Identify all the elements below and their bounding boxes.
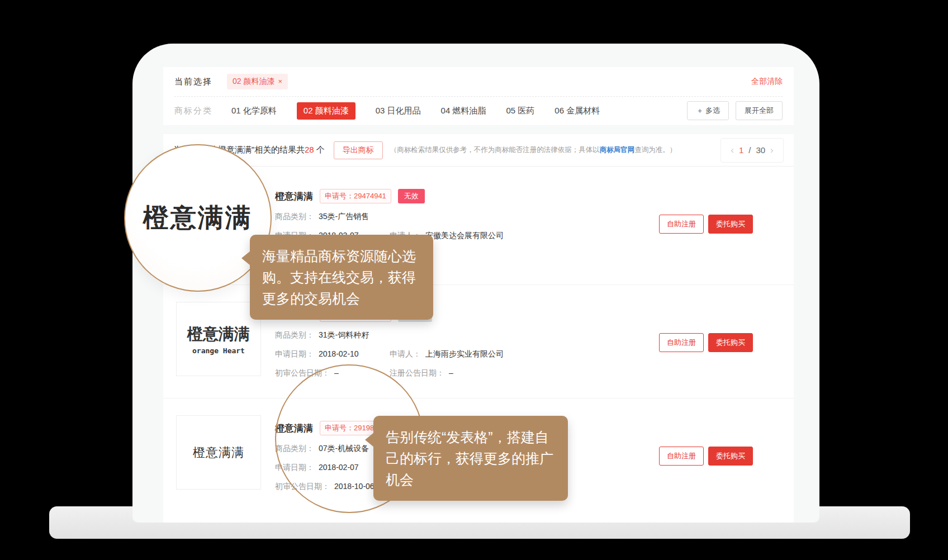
disclaimer-text-before: （商标检索结果仅供参考，不作为商标能否注册的法律依据；具体以	[390, 146, 600, 154]
field-label: 商品类别：	[275, 211, 314, 222]
results-header: 为您检索到“橙意满满”相关的结果共28 个 导出商标 （商标检索结果仅供参考，不…	[163, 134, 794, 167]
category-actions: ＋ 多选 展开全部	[687, 101, 783, 120]
tooltip-arrow-left-icon	[241, 251, 250, 265]
trademark-office-link[interactable]: 商标局官网	[600, 146, 635, 154]
marketing-tooltip-2: 告别传统“发表格”，搭建自己的标行，获得更多的推广机会	[373, 416, 568, 501]
self-register-button[interactable]: 自助注册	[659, 447, 704, 466]
field-value: –	[334, 367, 339, 379]
detail-field: 商品类别：35类-广告销售	[275, 211, 369, 222]
current-page: 1	[739, 145, 743, 155]
category-tab[interactable]: 04 燃料油脂	[441, 102, 486, 120]
entrust-purchase-button[interactable]: 委托购买	[708, 215, 753, 234]
detail-field: 申请日期：2018-02-07	[275, 462, 359, 473]
row-actions: 自助注册委托购买	[659, 215, 753, 234]
detail-field: 初审公告日期：2018-10-06	[275, 481, 375, 492]
trademark-name: 橙意满满	[275, 422, 313, 435]
detail-field: 注册公告日期：–	[390, 367, 453, 379]
trademark-image: 橙意满满orange Heart	[176, 302, 261, 376]
field-value: 上海雨步实业有限公司	[425, 348, 504, 360]
results-count: 28	[305, 145, 314, 154]
disclaimer-text-after: 查询为准。）	[634, 146, 676, 154]
current-selection-row: 当前选择 02 颜料油漆× 全部清除	[163, 67, 794, 96]
trademark-image: 橙意满满	[176, 415, 261, 490]
trademark-logo-text: 橙意满满	[187, 324, 250, 345]
marketing-tooltip-1: 海量精品商标资源随心选购。支持在线交易，获得更多的交易机会	[250, 235, 433, 320]
field-label: 初审公告日期：	[275, 367, 330, 379]
trademark-logo-subtext: orange Heart	[192, 347, 245, 355]
detail-field: 商品类别：31类-饲料种籽	[275, 329, 369, 341]
field-value: 安徽美达会展有限公司	[425, 230, 504, 241]
field-label: 注册公告日期：	[390, 367, 444, 379]
category-tab[interactable]: 01 化学原料	[231, 102, 277, 120]
field-value: 31类-饲料种籽	[319, 329, 369, 341]
clear-all-button[interactable]: 全部清除	[751, 77, 783, 87]
field-value: 2018-10-06	[334, 481, 375, 492]
results-summary-suffix: 个	[314, 145, 325, 154]
field-value: 35类-广告销售	[319, 211, 369, 222]
prev-page-icon[interactable]: ‹	[731, 145, 734, 156]
field-value: 2018-02-10	[319, 348, 359, 360]
field-label: 申请人：	[390, 348, 421, 360]
expand-all-button[interactable]: 展开全部	[736, 101, 783, 120]
current-selection-label: 当前选择	[174, 77, 212, 87]
trademark-title-line: 橙意满满申请号：29474941无效	[275, 189, 794, 203]
field-value: –	[449, 367, 453, 379]
category-row: 商标分类 01 化学原料02 颜料油漆03 日化用品04 燃料油脂05 医药06…	[163, 97, 794, 125]
export-trademark-button[interactable]: 导出商标	[334, 141, 383, 159]
field-value: 2018-02-07	[319, 462, 359, 473]
category-tabs: 01 化学原料02 颜料油漆03 日化用品04 燃料油脂05 医药06 金属材料	[231, 102, 600, 120]
application-number-tag: 申请号：29474941	[320, 189, 391, 203]
filter-panel: 当前选择 02 颜料油漆× 全部清除 商标分类 01 化学原料02 颜料油漆03…	[163, 67, 794, 125]
self-register-button[interactable]: 自助注册	[659, 333, 704, 352]
results-disclaimer: （商标检索结果仅供参考，不作为商标能否注册的法律依据；具体以商标局官网查询为准。…	[390, 145, 677, 155]
selected-filter-tag-text: 02 颜料油漆	[233, 77, 274, 86]
trademark-name: 橙意满满	[275, 190, 313, 203]
trademark-logo-text: 橙意满满	[193, 444, 244, 461]
next-page-icon[interactable]: ›	[770, 145, 774, 156]
tooltip-arrow-left-icon	[365, 433, 374, 447]
total-pages: 30	[756, 145, 765, 155]
field-label: 申请日期：	[275, 348, 314, 360]
multi-select-button[interactable]: ＋ 多选	[687, 101, 729, 120]
status-badge: 无效	[398, 189, 425, 203]
detail-field: 商品类别：07类-机械设备	[275, 443, 369, 454]
self-register-button[interactable]: 自助注册	[659, 215, 704, 234]
field-label: 申请日期：	[275, 462, 314, 473]
category-tab[interactable]: 06 金属材料	[554, 102, 600, 120]
category-label: 商标分类	[174, 106, 212, 116]
row-actions: 自助注册委托购买	[659, 333, 753, 352]
field-label: 商品类别：	[275, 443, 314, 454]
category-tab[interactable]: 03 日化用品	[376, 102, 421, 120]
page-divider: /	[748, 145, 751, 155]
remove-tag-icon[interactable]: ×	[278, 77, 282, 86]
detail-field: 初审公告日期：–	[275, 367, 390, 379]
entrust-purchase-button[interactable]: 委托购买	[708, 447, 753, 466]
magnified-trademark-text: 橙意满满	[143, 201, 253, 235]
row-actions: 自助注册委托购买	[659, 447, 753, 466]
tooltip-1-text: 海量精品商标资源随心选购。支持在线交易，获得更多的交易机会	[262, 248, 416, 306]
detail-field: 申请日期：2018-02-10	[275, 348, 390, 360]
tooltip-2-text: 告别传统“发表格”，搭建自己的标行，获得更多的推广机会	[386, 429, 553, 487]
pagination: ‹ 1 / 30 ›	[721, 138, 784, 163]
field-value: 07类-机械设备	[319, 443, 369, 454]
detail-line: 初审公告日期：–注册公告日期：–	[275, 367, 794, 379]
category-tab-active[interactable]: 02 颜料油漆	[297, 102, 356, 120]
page-canvas: 当前选择 02 颜料油漆× 全部清除 商标分类 01 化学原料02 颜料油漆03…	[0, 0, 948, 560]
entrust-purchase-button[interactable]: 委托购买	[708, 333, 753, 352]
selected-filter-tag[interactable]: 02 颜料油漆×	[227, 74, 288, 89]
detail-field: 申请人：上海雨步实业有限公司	[390, 348, 504, 360]
field-label: 初审公告日期：	[275, 481, 330, 492]
field-label: 商品类别：	[275, 329, 314, 341]
category-tab[interactable]: 05 医药	[506, 102, 534, 120]
